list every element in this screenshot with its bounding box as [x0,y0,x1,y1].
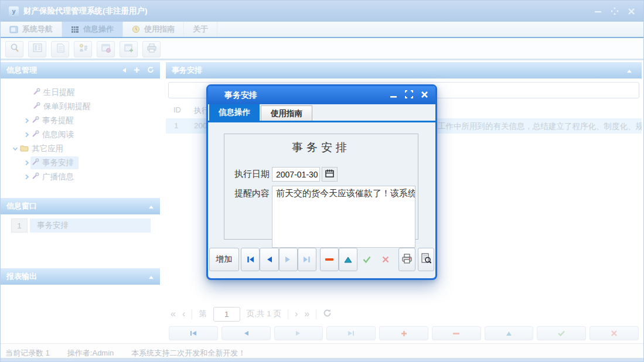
confirm-button[interactable] [537,326,586,340]
search-button[interactable] [5,41,23,57]
panel-title: 报表输出 [6,271,37,282]
panel-header-report-output: 报表输出 [1,268,160,285]
first-record-button[interactable] [169,326,218,340]
dialog-title: 事务安排 [224,90,257,101]
row-label[interactable]: 事务安排 [30,218,151,233]
tool-icon [32,158,39,168]
row-index: 1 [11,218,28,233]
info-window-row[interactable]: 1 事务安排 [1,218,160,233]
edit-record-button[interactable] [485,326,534,340]
collapse-up-icon[interactable] [148,272,154,281]
main-tab-strip: 系统导航 信息操作 使用指南 关于 [1,22,643,38]
panel-title: 信息窗口 [6,201,37,211]
page-prefix-label: 第 [199,309,207,319]
add-button[interactable]: 增加 [209,248,239,271]
edit-record-button[interactable] [339,248,357,271]
first-page-icon[interactable]: « [171,309,176,319]
next-record-button[interactable] [274,326,323,340]
task-schedule-dialog: 事务安排 信息操作 使用指南 事务安排 执行日期 2007-01-30 提醒内容 [206,84,437,280]
calendar-icon [325,169,334,180]
document-button[interactable] [51,41,69,57]
tree-item-broadcast-info[interactable]: 广播信息 [1,170,160,184]
pagination-bar: « ‹ 第 1 页,共 1 页 › » [171,305,332,323]
confirm-button[interactable] [357,248,376,271]
last-record-button[interactable] [298,248,316,271]
chevron-right-icon[interactable] [23,160,30,166]
clock-icon [132,25,140,33]
tree-item-task-schedule[interactable]: 事务安排 [1,156,160,170]
tab-user-guide[interactable]: 使用指南 [123,22,184,37]
dialog-minimize-icon[interactable] [390,90,397,101]
window-bottom-edge [1,358,643,361]
record-nav-toolbar [166,326,642,341]
add-icon[interactable] [134,66,140,75]
user-chart-icon [78,43,88,56]
delete-record-button[interactable] [432,326,481,340]
tab-system-nav[interactable]: 系统导航 [1,22,62,37]
print-button[interactable] [142,41,161,57]
tree-item-info-reading[interactable]: 信息阅读 [1,128,160,142]
chevron-down-icon[interactable] [11,146,19,152]
calendar-button[interactable] [322,167,338,182]
collapse-left-icon[interactable] [122,66,127,75]
page-number-input[interactable]: 1 [213,307,240,322]
tree-item-birthday-reminder[interactable]: 生日提醒 [1,86,160,100]
tool-icon [32,116,39,125]
content-textarea[interactable]: 前天交的货今天应该催款了！该系统提 [272,186,415,248]
tab-label: 信息操作 [83,24,114,35]
monitor-icon [9,26,18,33]
first-record-button[interactable] [241,248,260,271]
delete-record-button[interactable] [320,248,339,271]
chevron-right-icon[interactable] [23,132,30,138]
tool-icon [33,102,40,111]
column-header-id: ID [173,105,181,114]
status-note: 本系统支持二次开发和全新开发！ [131,348,246,358]
refresh-icon[interactable] [323,309,332,319]
tree-item-other-apps[interactable]: 其它应用 [1,142,160,156]
groupbox-title: 事务安排 [224,140,418,155]
dialog-tab-info-ops[interactable]: 信息操作 [209,104,260,121]
minimize-icon[interactable] [594,8,602,15]
search-icon [9,43,20,56]
last-page-icon[interactable]: » [304,309,309,319]
collapse-up-icon[interactable] [626,66,632,75]
record-count-label: 当前记录数 1 [5,348,50,358]
add-record-button[interactable] [379,326,428,340]
tree-item-policy-expiry-reminder[interactable]: 保单到期提醒 [1,100,160,114]
tab-about[interactable]: 关于 [184,22,217,37]
collapse-up-icon[interactable] [148,202,154,211]
dialog-close-icon[interactable] [421,90,428,101]
next-page-icon[interactable]: › [295,309,298,319]
tab-info-ops[interactable]: 信息操作 [62,22,123,37]
prev-record-button[interactable] [260,248,278,271]
print-button[interactable] [398,248,415,271]
refresh-icon[interactable] [147,66,154,75]
printer-icon [146,43,157,56]
tool-icon [32,130,39,139]
date-input[interactable]: 2007-01-30 [272,167,320,182]
cancel-button[interactable] [376,248,395,271]
prev-page-icon[interactable]: ‹ [182,309,185,319]
cancel-button[interactable] [590,326,639,340]
tree-item-task-reminder[interactable]: 事务提醒 [1,114,160,128]
folder-icon [20,145,29,153]
chevron-right-icon[interactable] [23,118,30,124]
form-icon [32,43,43,56]
tab-label: 使用指南 [271,108,302,119]
print-preview-button[interactable] [418,248,434,271]
dialog-maximize-icon[interactable] [405,90,413,101]
chevron-right-icon[interactable] [23,174,30,180]
user-report-button[interactable] [74,41,92,57]
window-preview-button[interactable] [97,41,115,57]
tree-item-label: 信息阅读 [42,129,74,140]
dialog-tab-user-guide[interactable]: 使用指南 [261,105,312,121]
close-icon[interactable] [628,8,635,15]
last-record-button[interactable] [326,326,376,340]
form-view-button[interactable] [28,41,46,57]
prev-record-button[interactable] [222,326,271,340]
next-record-button[interactable] [279,248,298,271]
restore-icon[interactable] [611,7,619,15]
window-add-button[interactable] [120,41,138,57]
tree-item-label: 生日提醒 [43,87,75,98]
dialog-toolbar: 增加 [209,248,434,271]
